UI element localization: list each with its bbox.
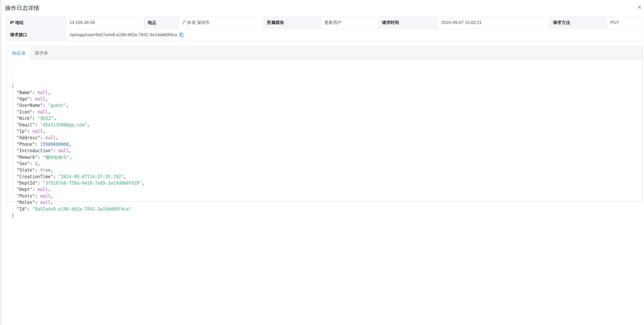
dialog-header: 操作日志详情 × (0, 0, 644, 15)
info-label-cell: 请求方法 (549, 17, 607, 29)
info-value-text: 更新用户 (324, 20, 342, 25)
json-line: "Posts": null, (11, 193, 144, 199)
info-label-cell: 请求接口 (6, 29, 66, 41)
info-value-text: 14.155.34.58 (69, 20, 95, 25)
json-line: } (11, 212, 144, 219)
json-indent-guide (13, 71, 13, 193)
json-line: "Introduction": null, (11, 148, 144, 154)
body-tabs: 响应体请求体 { "Name": null, "Age": null, "Use… (6, 46, 643, 202)
dialog-title: 操作日志详情 (5, 4, 39, 12)
json-line: "Age": null, (11, 96, 144, 102)
info-value-text: 2024-09-07 15:02:21 (441, 20, 482, 25)
json-line: "DeptId": "375167e0-759a-0410-7a85-3a14d… (11, 180, 144, 186)
info-value-cell: /api/app/user/9a57a4e8-e196-663a-7841-3a… (66, 29, 644, 41)
page-left-edge (0, 0, 2, 325)
info-value-cell: 广东省 深圳市 (179, 17, 263, 29)
tab-bar: 响应体请求体 (6, 47, 642, 59)
json-line: "Roles": null, (11, 199, 144, 206)
json-line: "Id": "9a57a4e8-e196-663a-7841-3a14dd60f… (11, 206, 144, 212)
json-line: "State": true, (11, 167, 144, 173)
json-line: "CreationTime": "2024-09-07T14:37:55.782… (11, 174, 144, 180)
info-value-text: /api/app/user/9a57a4e8-e196-663a-7841-3a… (69, 32, 177, 37)
tab-response-body[interactable]: 响应体 (6, 47, 32, 60)
close-icon[interactable]: × (635, 3, 644, 12)
json-viewer: { "Name": null, "Age": null, "UserName":… (11, 63, 144, 219)
info-value-cell: 2024-09-07 15:02:21 (438, 17, 549, 29)
json-line: "Email": "454313500@qq.com", (11, 122, 144, 128)
info-value-cell: 14.155.34.58 (66, 17, 144, 29)
info-value-cell: 更新用户 (321, 17, 378, 29)
info-label-cell: 地点 (144, 17, 179, 29)
info-label-cell: IP 地址 (6, 17, 66, 29)
json-line: "Address": null, (11, 135, 144, 141)
json-line: "Phone": 15900000000, (11, 141, 144, 148)
info-value-cell: PUT (607, 17, 644, 29)
json-line: "Remark": "懒得创账号", (11, 154, 144, 161)
json-line: "Dept": null, (11, 186, 144, 193)
json-line: "Sex": 1, (11, 161, 144, 167)
info-value-text: PUT (610, 20, 619, 25)
tab-request-body[interactable]: 请求体 (32, 47, 51, 59)
info-label-cell: 所属模块 (263, 17, 321, 29)
json-line: "Ip": null, (11, 128, 144, 135)
json-line: "Nick": "测试2", (11, 115, 144, 122)
json-line: "Name": null, (11, 89, 144, 96)
info-value-text: 广东省 深圳市 (183, 20, 210, 25)
copy-icon[interactable] (179, 33, 183, 37)
json-line: "UserName": "guest", (11, 102, 144, 109)
table-row: 请求接口/api/app/user/9a57a4e8-e196-663a-784… (6, 29, 644, 41)
json-line: { (11, 83, 144, 89)
operation-log-detail-dialog: 操作日志详情 × IP 地址14.155.34.58地点广东省 深圳市所属模块更… (0, 0, 644, 325)
table-row: IP 地址14.155.34.58地点广东省 深圳市所属模块更新用户请求时间20… (6, 17, 644, 29)
log-info-table: IP 地址14.155.34.58地点广东省 深圳市所属模块更新用户请求时间20… (6, 16, 644, 41)
json-line: "Icon": null, (11, 109, 144, 115)
info-label-cell: 请求时间 (378, 17, 438, 29)
